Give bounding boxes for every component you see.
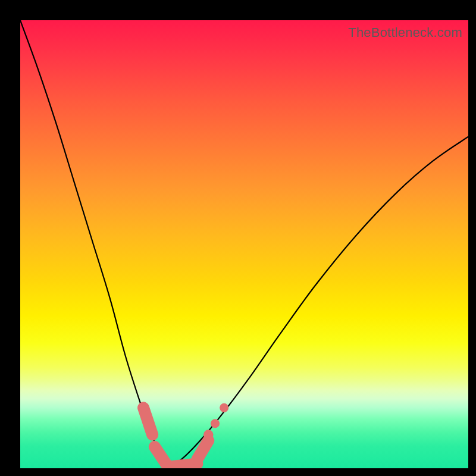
- highlight-point: [203, 430, 214, 440]
- plot-area: TheBottleneck.com: [20, 20, 468, 468]
- highlight-segment: [168, 464, 197, 466]
- highlight-segment: [197, 440, 208, 459]
- highlight-segments: [143, 408, 208, 466]
- highlight-point: [139, 403, 148, 412]
- chart-overlay: [20, 20, 468, 468]
- highlight-point: [211, 419, 220, 428]
- curve-left-branch: [20, 20, 168, 468]
- curve-right-branch: [168, 137, 468, 468]
- chart-frame: TheBottleneck.com: [0, 0, 476, 476]
- highlight-point: [220, 403, 228, 412]
